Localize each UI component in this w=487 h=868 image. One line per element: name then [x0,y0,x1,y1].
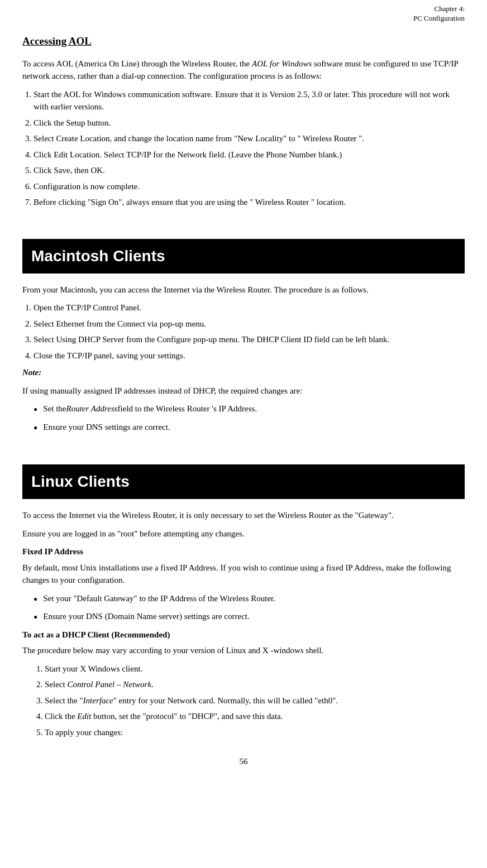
macintosh-note-paragraph: Note: [22,366,465,379]
mac-step-1: Open the TCP/IP Control Panel. [34,301,465,314]
chapter-header-line2: PC Configuration [413,14,465,23]
mac-step-4: Close the TCP/IP panel, saving your sett… [34,349,465,362]
linux-section: Linux Clients To access the Internet via… [22,464,465,738]
aol-steps-list: Start the AOL for Windows communication … [34,88,465,209]
aol-intro: To access AOL (America On Line) through … [22,57,465,83]
dhcp-heading: To act as a DHCP Client (Recommended) [22,629,465,641]
linux-intro1: To access the Internet via the Wireless … [22,509,465,522]
fixed-bullet-2: Ensure your DNS (Domain Name server) set… [34,610,465,623]
macintosh-bullets: Set the Router Address field to the Wire… [34,402,465,433]
note-label: Note: [22,368,41,377]
aol-step-6: Configuration is now complete. [34,180,465,193]
fixed-ip-text: By default, most Unix installations use … [22,562,465,587]
chapter-header-line1: Chapter 4: [413,4,465,14]
dhcp-intro: The procedure below may vary according t… [22,644,465,657]
router-address-italic: Router Address [66,402,118,415]
aol-step-5: Click Save, then OK. [34,164,465,177]
macintosh-steps-list: Open the TCP/IP Control Panel. Select Et… [34,301,465,362]
dhcp-step-1: Start your X Windows client. [45,663,465,675]
mac-step-3: Select Using DHCP Server from the Config… [34,333,465,346]
dhcp-step-5: To apply your changes: [45,726,465,739]
mac-bullet-1: Set the Router Address field to the Wire… [34,402,465,415]
page-number: 56 [22,755,465,768]
interface-italic: Interface [83,696,113,705]
fixed-ip-heading: Fixed IP Address [22,545,465,558]
aol-section: Accessing AOL To access AOL (America On … [22,33,465,209]
aol-step-4: Click Edit Location. Select TCP/IP for t… [34,148,465,161]
linux-banner: Linux Clients [22,464,465,499]
dhcp-step-2: Select Control Panel – Network. [45,678,465,691]
fixed-ip-bullets: Set your "Default Gateway" to the IP Add… [34,592,465,623]
macintosh-intro: From your Macintosh, you can access the … [22,284,465,296]
edit-italic: Edit [77,712,91,721]
macintosh-banner: Macintosh Clients [22,239,465,274]
macintosh-section: Macintosh Clients From your Macintosh, y… [22,239,465,434]
chapter-header: Chapter 4: PC Configuration [413,4,465,23]
aol-step-1: Start the AOL for Windows communication … [34,88,465,113]
page-container: Chapter 4: PC Configuration Accessing AO… [0,0,487,868]
aol-heading: Accessing AOL [22,33,465,50]
fixed-bullet-1: Set your "Default Gateway" to the IP Add… [34,592,465,605]
macintosh-note-text: If using manually assigned IP addresses … [22,385,465,397]
aol-italic: AOL for Windows [252,59,312,68]
dhcp-step-3: Select the "Interface" entry for your Ne… [45,694,465,707]
control-panel-italic: Control Panel – Network [67,680,151,689]
aol-step-7: Before clicking "Sign On", always ensure… [34,196,465,209]
mac-bullet-2: Ensure your DNS settings are correct. [34,421,465,434]
aol-step-2: Click the Setup button. [34,117,465,130]
aol-step-3: Select Create Location, and change the l… [34,132,465,145]
dhcp-step-4: Click the Edit button, set the "protocol… [45,710,465,723]
dhcp-steps-list: Start your X Windows client. Select Cont… [45,663,465,739]
mac-step-2: Select Ethernet from the Connect via pop… [34,318,465,330]
linux-intro2: Ensure you are logged in as "root" befor… [22,527,465,540]
